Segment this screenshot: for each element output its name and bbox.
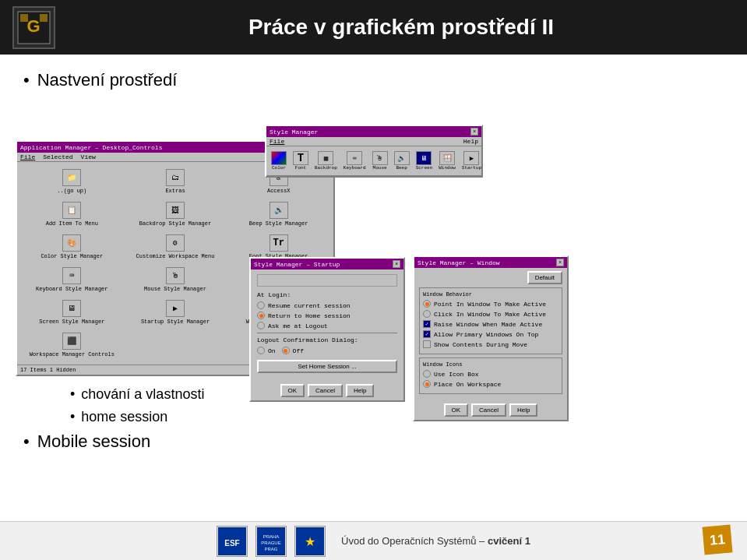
app-label: ..(go up) [57,188,86,194]
style-manager-menubar: File Help [266,137,481,146]
startup-help-button[interactable]: Help [346,384,374,397]
radio-off[interactable]: Off [282,347,304,354]
style-manager-title: Style Manager [270,129,318,136]
radio-ask[interactable]: Ask me at Logout [257,322,397,329]
screenshots-panel: Application Manager – Desktop_Controls ×… [16,140,584,444]
radio-on[interactable]: On [257,347,276,354]
menu-help-sm[interactable]: Help [463,138,478,145]
svg-text:PRAGUE: PRAGUE [261,541,280,545]
footer-text-main: Úvod do Operačních Systémů – [341,535,488,547]
svg-rect-3 [40,14,48,22]
wsm-cancel-button[interactable]: Cancel [471,403,506,417]
cb-allow-primary[interactable]: ✓ Allow Primary Windows On Top [423,330,558,338]
header-logo: G [12,6,55,49]
menu-file[interactable]: File [20,153,35,160]
radio-label-icon-box: Use Icon Box [434,371,479,378]
wsm-titlebar: Style Manager – Window × [414,257,567,268]
divider [257,333,397,333]
radio-resume[interactable]: Resume current session [257,301,397,309]
window-icons-section: Window Icons Use Icon Box Place On Works… [419,357,562,394]
header: G Práce v grafickém prostředí II [0,0,747,55]
radio-circle-ask [257,322,265,329]
beep-button[interactable]: 🔊 Beep [393,150,411,172]
app-label: Workspace Manager Controls [30,351,115,357]
list-item[interactable]: ⌨ Keyboard Style Manager [22,265,122,294]
color-icon [271,151,287,165]
list-item[interactable]: 🎨 Color Style Manager [22,232,122,262]
radio-place-on-workspace[interactable]: Place On Workspace [423,380,558,388]
app-label: Color Style Manager [41,253,103,259]
radio-use-icon-box[interactable]: Use Icon Box [423,370,558,378]
list-item[interactable]: 📁 ..(go up) [22,167,122,196]
app-icon: ⬛ [62,333,81,350]
list-item[interactable]: ▶ Startup Style Manager [125,298,226,327]
window-style-manager-window: Style Manager – Window × Default Window … [413,255,569,421]
window-button[interactable]: 🪟 Window [437,150,457,172]
menu-selected[interactable]: Selected [43,153,72,160]
startup-titlebar: Style Manager – Startup × [251,259,403,269]
radio-circle-return [257,312,265,319]
window-behavior-section: Window Behavior Point In Window To Make … [419,287,562,354]
backdrop-button[interactable]: ▦ Backdrop [313,150,339,172]
radio-circle-resume [257,301,265,309]
wsm-ok-button[interactable]: OK [444,403,469,417]
esf-logo: ESF [218,527,246,555]
list-item[interactable]: ⬛ Workspace Manager Controls [22,330,122,360]
bullet-icon-1: • [23,70,30,90]
radio-click-in-window[interactable]: Click In Window To Make Active [423,310,558,318]
wsm-content: Default Window Behavior Point In Window … [414,268,567,400]
app-icon: ⌨ [62,267,81,284]
radio-point-in-window[interactable]: Point In Window To Make Active [423,300,558,308]
startup-cancel-button[interactable]: Cancel [308,384,343,397]
bullet-text-1: Nastvení prostředí [37,70,178,90]
cb-raise-window[interactable]: ✓ Raise Window When Made Active [423,320,558,328]
checkbox-primary: ✓ [423,330,431,338]
radio-return[interactable]: Return to Home session [257,312,397,319]
list-item[interactable]: 🗂 Extras [125,167,226,196]
cb-label-raise: Raise Window When Made Active [434,321,542,328]
screen-button[interactable]: 🖥 Screen [414,150,435,172]
startup-title: Style Manager – Startup [254,261,340,268]
startup-close[interactable]: × [393,260,400,268]
wsm-btn-row: OK Cancel Help [414,400,567,420]
radio-circle-workspace [423,380,431,388]
startup-btn-row: OK Cancel Help [251,381,403,400]
list-item[interactable]: 🔊 Beep Style Manager [228,199,329,229]
cb-label-primary: Allow Primary Windows On Top [434,331,538,338]
bullet-item-1: • Nastvení prostředí [23,70,724,90]
cb-show-contents[interactable]: Show Contents During Move [423,340,558,348]
wsm-close[interactable]: × [556,259,564,266]
list-item[interactable]: 🖱 Mouse Style Manager [125,265,226,294]
list-item[interactable]: 🖼 Backdrop Style Manager [125,199,226,229]
startup-icon: ▶ [463,151,479,165]
footer-logo-2: PRAHA PRAGUE PRAG [255,526,287,557]
wsm-default-button[interactable]: Default [527,271,562,284]
app-icon: 🗂 [166,169,185,186]
keyboard-button[interactable]: ⌨ Keyboard [342,150,368,172]
wsm-help-button[interactable]: Help [509,403,537,417]
eu-logo: PRAHA PRAGUE PRAG [257,527,285,555]
color-button[interactable]: Color [270,150,288,172]
startup-button[interactable]: ▶ Startup [460,150,483,172]
list-item[interactable]: ⚙ Customize Workspace Menu [125,232,226,262]
mouse-button[interactable]: 🖱 Mouse [371,150,389,172]
set-home-session-button[interactable]: Set Home Session ... [257,360,397,373]
footer: ESF PRAHA PRAGUE PRAG ★ Úvod do Operační… [0,521,747,560]
font-button[interactable]: T Font [291,150,310,172]
wsm-title: Style Manager – Window [418,259,500,266]
window-icon: 🪟 [439,151,455,165]
cb-label-contents: Show Contents During Move [434,341,527,348]
checkbox-contents [423,340,431,348]
menu-file-sm[interactable]: File [270,138,284,145]
menu-view[interactable]: View [81,153,96,160]
radio-circle-on [257,347,265,354]
list-item[interactable]: 🖥 Screen Style Manager [22,298,122,327]
list-item[interactable]: 📋 Add Item To Menu [22,199,122,229]
radio-label-off: Off [293,347,304,354]
checkbox-raise: ✓ [423,320,431,328]
startup-ok-button[interactable]: OK [280,384,305,397]
style-manager-close[interactable]: × [470,128,478,136]
startup-window: Style Manager – Startup × At Login: Resu… [249,257,405,402]
app-label: Add Item To Menu [46,220,98,227]
footer-text: Úvod do Operačních Systémů – cvičení 1 [341,535,530,547]
